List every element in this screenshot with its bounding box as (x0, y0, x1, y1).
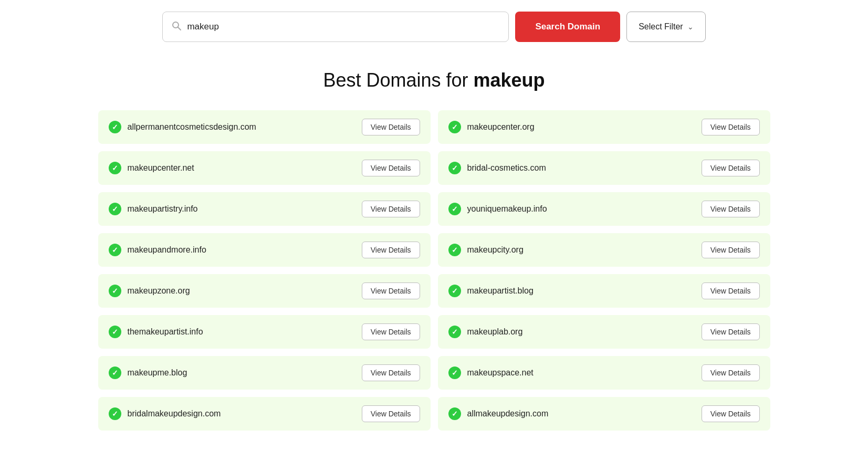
available-icon (109, 162, 121, 174)
view-details-button[interactable]: View Details (702, 201, 760, 217)
domain-row: makeupme.blog View Details (98, 356, 431, 390)
available-icon (448, 244, 461, 256)
domain-row: makeupzone.org View Details (98, 274, 431, 308)
select-filter-button[interactable]: Select Filter ⌄ (626, 12, 705, 42)
domain-left: themakeupartist.info (109, 326, 203, 338)
view-details-button[interactable]: View Details (702, 119, 760, 135)
domain-left: makeupspace.net (448, 367, 534, 379)
domain-name: makeupzone.org (128, 286, 190, 296)
domain-left: youniquemakeup.info (448, 203, 547, 215)
domain-left: makeupcity.org (448, 244, 524, 256)
available-icon (109, 244, 121, 256)
available-icon (448, 285, 461, 297)
domain-left: makeupcenter.org (448, 121, 535, 133)
domain-name: allmakeupdesign.com (467, 409, 549, 418)
view-details-button[interactable]: View Details (702, 323, 760, 340)
domain-row: themakeupartist.info View Details (98, 315, 431, 349)
available-icon (448, 203, 461, 215)
page-title: Best Domains for makeup (0, 69, 868, 91)
view-details-button[interactable]: View Details (702, 242, 760, 258)
available-icon (448, 326, 461, 338)
view-details-button[interactable]: View Details (362, 405, 420, 422)
available-icon (109, 407, 121, 420)
domain-name: themakeupartist.info (128, 327, 203, 337)
search-input[interactable] (187, 22, 500, 32)
domain-left: makeuplab.org (448, 326, 523, 338)
domain-row: allmakeupdesign.com View Details (438, 397, 770, 431)
domain-left: makeupme.blog (109, 367, 187, 379)
domain-name: makeupartistry.info (128, 204, 198, 214)
search-icon (171, 20, 182, 34)
domain-row: makeuplab.org View Details (438, 315, 770, 349)
view-details-button[interactable]: View Details (702, 282, 760, 299)
domain-left: makeupandmore.info (109, 244, 206, 256)
available-icon (109, 285, 121, 297)
top-bar: Search Domain Select Filter ⌄ (0, 0, 868, 54)
domains-grid: allpermanentcosmeticsdesign.com View Det… (67, 110, 802, 450)
domain-row: bridal-cosmetics.com View Details (438, 151, 770, 185)
view-details-button[interactable]: View Details (702, 405, 760, 422)
domain-row: makeupspace.net View Details (438, 356, 770, 390)
view-details-button[interactable]: View Details (362, 201, 420, 217)
domain-row: youniquemakeup.info View Details (438, 192, 770, 226)
domain-left: makeupzone.org (109, 285, 190, 297)
domain-left: allpermanentcosmeticsdesign.com (109, 121, 256, 133)
domain-row: makeupcenter.net View Details (98, 151, 431, 185)
chevron-down-icon: ⌄ (687, 23, 694, 31)
domain-row: makeupcity.org View Details (438, 233, 770, 267)
domain-name: makeupcenter.net (128, 163, 194, 173)
domain-row: makeupartistry.info View Details (98, 192, 431, 226)
domain-row: allpermanentcosmeticsdesign.com View Det… (98, 110, 431, 144)
view-details-button[interactable]: View Details (702, 364, 760, 381)
available-icon (109, 203, 121, 215)
available-icon (448, 121, 461, 133)
domain-left: bridalmakeupdesign.com (109, 407, 221, 420)
domain-name: makeupandmore.info (128, 245, 206, 255)
view-details-button[interactable]: View Details (362, 242, 420, 258)
domain-row: bridalmakeupdesign.com View Details (98, 397, 431, 431)
domain-left: makeupcenter.net (109, 162, 194, 174)
view-details-button[interactable]: View Details (702, 160, 760, 176)
view-details-button[interactable]: View Details (362, 119, 420, 135)
available-icon (448, 367, 461, 379)
domain-left: makeupartist.blog (448, 285, 534, 297)
view-details-button[interactable]: View Details (362, 282, 420, 299)
filter-label: Select Filter (639, 22, 683, 32)
domain-name: allpermanentcosmeticsdesign.com (128, 122, 256, 132)
domain-left: allmakeupdesign.com (448, 407, 549, 420)
search-domain-button[interactable]: Search Domain (515, 12, 620, 42)
available-icon (109, 367, 121, 379)
svg-line-1 (178, 27, 181, 30)
domain-row: makeupandmore.info View Details (98, 233, 431, 267)
available-icon (448, 407, 461, 420)
domain-name: makeupme.blog (128, 368, 187, 378)
available-icon (448, 162, 461, 174)
domain-row: makeupcenter.org View Details (438, 110, 770, 144)
available-icon (109, 121, 121, 133)
domain-name: makeupspace.net (467, 368, 534, 378)
search-wrapper (162, 12, 509, 42)
domain-name: bridalmakeupdesign.com (128, 409, 221, 418)
domain-name: makeuplab.org (467, 327, 523, 337)
view-details-button[interactable]: View Details (362, 323, 420, 340)
domain-name: makeupcity.org (467, 245, 524, 255)
domain-left: bridal-cosmetics.com (448, 162, 546, 174)
domain-name: makeupartist.blog (467, 286, 534, 296)
domain-name: bridal-cosmetics.com (467, 163, 546, 173)
domain-left: makeupartistry.info (109, 203, 198, 215)
domain-name: youniquemakeup.info (467, 204, 547, 214)
view-details-button[interactable]: View Details (362, 160, 420, 176)
view-details-button[interactable]: View Details (362, 364, 420, 381)
domain-name: makeupcenter.org (467, 122, 535, 132)
available-icon (109, 326, 121, 338)
domain-row: makeupartist.blog View Details (438, 274, 770, 308)
